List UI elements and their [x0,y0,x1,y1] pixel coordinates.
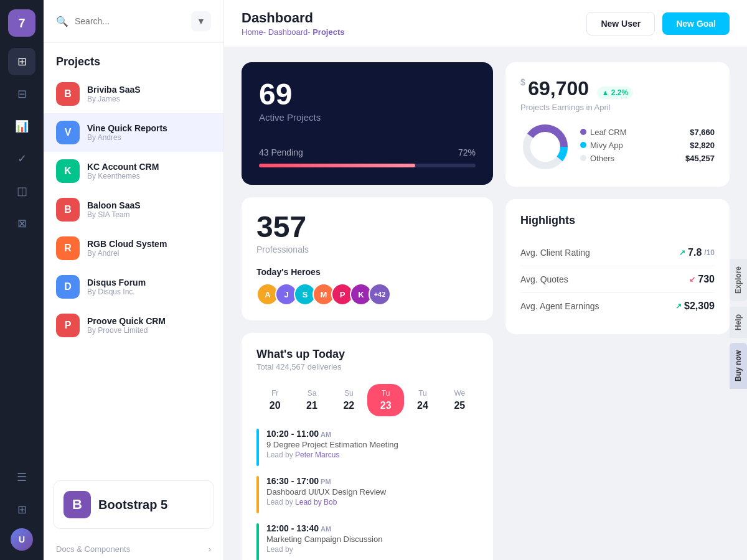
event-indicator-2 [256,523,259,560]
nav-chart-icon[interactable]: 📊 [8,113,35,140]
project-list: B Briviba SaaS By James V Vine Quick Rep… [44,75,223,471]
event-lead-name-0[interactable]: Peter Marcus [295,450,339,459]
earnings-legend: Leaf CRM $7,660 Mivy App $2,820 Others $… [580,128,715,167]
cal-day-21[interactable]: Sa 21 [293,384,330,416]
highlights-card: Highlights Avg. Client Rating ↗7.8/10 Av… [505,199,730,334]
calendar-days: Fr 20 Sa 21 Su 22 Tu 23 Tu 24 We 25 [256,384,478,416]
legend-name-2: Others [590,154,614,163]
project-name-vine: Vine Quick Reports [87,123,211,133]
event-indicator-1 [256,476,259,513]
highlight-row-0: Avg. Client Rating ↗7.8/10 [520,240,715,266]
active-projects-bottom: 43 Pending 72% [259,147,476,157]
buynow-tab[interactable]: Buy now [730,343,747,389]
search-input[interactable] [75,16,185,26]
earnings-header: $ 69,700 ▲ 2.2% [520,77,715,100]
sidebar-project-briviba[interactable]: B Briviba SaaS By James [44,75,223,113]
active-projects-number: 69 [259,80,476,110]
project-name-baloon: Baloon SaaS [87,200,211,210]
legend-dot-0 [580,129,586,135]
earnings-dollar: $ [520,77,525,87]
breadcrumb: Home- Dashboard- Projects [242,27,345,37]
project-logo-disqus: D [56,275,80,299]
project-logo-proove: P [56,314,80,337]
search-icon: 🔍 [56,16,68,27]
dashboard-scroll: 69 Active Projects 43 Pending 72% 357 Pr… [224,47,747,560]
project-name-disqus: Disqus Forum [87,278,211,287]
nav-grid-icon[interactable]: ⊟ [8,80,35,108]
donut-chart [520,122,570,172]
nav-user-number[interactable]: 7 [8,9,35,37]
cal-day-24[interactable]: Tu 24 [404,384,441,416]
sidebar-title: Projects [44,43,223,75]
page-title-section: Dashboard Home- Dashboard- Projects [242,10,345,37]
hero-more: +42 [369,283,391,306]
event-content-2: 12:00 - 13:40AM Marketing Campaign Discu… [266,523,382,554]
stats-number: 357 [256,212,478,242]
event-lead-name-1[interactable]: Lead by Bob [295,498,337,506]
earnings-sub: Projects Earnings in April [520,103,715,112]
highlight-row-2: Avg. Agent Earnings ↗$2,309 [520,293,715,319]
active-projects-card: 69 Active Projects 43 Pending 72% [242,62,493,185]
new-user-button[interactable]: New User [586,12,655,35]
nav-layers-icon[interactable]: ◫ [8,177,35,205]
dashboard-grid: 69 Active Projects 43 Pending 72% 357 Pr… [242,62,730,560]
pending-count: 43 Pending [259,147,303,157]
docs-link[interactable]: Docs & Components › [44,538,223,560]
cal-day-20[interactable]: Fr 20 [256,384,293,416]
project-logo-baloon: B [56,198,80,222]
page-title: Dashboard [242,10,345,26]
event-content-0: 10:20 - 11:00AM 9 Degree Project Estimat… [266,429,398,459]
highlights-title: Highlights [520,214,715,227]
sidebar-project-rgb[interactable]: R RGB Cloud System By Andrei [44,229,223,268]
legend-item-0: Leaf CRM $7,660 [580,128,715,137]
highlight-label-0: Avg. Client Rating [520,248,590,258]
explore-tab[interactable]: Explore [730,259,747,301]
sidebar-project-vine[interactable]: V Vine Quick Reports By Andres [44,113,223,152]
nav-settings-icon[interactable]: ☰ [8,464,35,491]
event-time-0: 10:20 - 11:00AM [266,429,398,439]
sidebar: 🔍 ▼ Projects B Briviba SaaS By James V V… [44,0,224,560]
sidebar-project-disqus[interactable]: D Disqus Forum By Disqus Inc. [44,268,223,306]
event-content-1: 16:30 - 17:00PM Dashboard UI/UX Design R… [266,476,386,506]
project-name-kc: KC Account CRM [87,162,211,172]
whatsup-title: What's up Today [256,348,478,361]
project-info-proove: Proove Quick CRM By Proove Limited [87,316,211,335]
filter-button[interactable]: ▼ [191,11,211,31]
nav-dashboard-icon[interactable]: ⊞ [8,48,35,75]
project-info-baloon: Baloon SaaS By SIA Team [87,200,211,219]
nav-briefcase-icon[interactable]: ⊠ [8,210,35,237]
new-goal-button[interactable]: New Goal [662,12,730,35]
highlight-label-2: Avg. Agent Earnings [520,301,599,311]
nav-check-icon[interactable]: ✓ [8,145,35,172]
project-name-proove: Proove Quick CRM [87,316,211,326]
left-navigation: 7 ⊞ ⊟ 📊 ✓ ◫ ⊠ ☰ ⊞ U [0,0,44,560]
help-tab[interactable]: Help [730,307,747,338]
project-by-rgb: By Andrei [87,249,211,258]
project-by-baloon: By SIA Team [87,210,211,219]
heroes-section: Today's Heroes AJSMPK+42 [256,267,478,306]
event-name-1: Dashboard UI/UX Design Review [266,487,386,497]
nav-grid2-icon[interactable]: ⊞ [8,496,35,523]
project-by-briviba: By James [87,95,211,103]
cal-day-22[interactable]: Su 22 [331,384,367,416]
sidebar-project-proove[interactable]: P Proove Quick CRM By Proove Limited [44,306,223,345]
legend-value-2: $45,257 [685,154,715,163]
project-by-vine: By Andres [87,133,211,142]
earnings-chart-area: Leaf CRM $7,660 Mivy App $2,820 Others $… [520,122,715,172]
cal-day-25[interactable]: We 25 [441,384,478,416]
calendar-section: What's up Today Total 424,567 deliveries… [242,333,493,560]
event-item-1: 16:30 - 17:00PM Dashboard UI/UX Design R… [256,476,478,513]
top-header: Dashboard Home- Dashboard- Projects New … [224,0,747,47]
sidebar-project-baloon[interactable]: B Baloon SaaS By SIA Team [44,190,223,229]
progress-fill [259,164,415,167]
event-time-2: 12:00 - 13:40AM [266,523,382,533]
cal-day-23[interactable]: Tu 23 [367,384,404,416]
main-content: Dashboard Home- Dashboard- Projects New … [224,0,747,560]
event-name-0: 9 Degree Project Estimation Meeting [266,440,398,449]
project-by-proove: By Proove Limited [87,326,211,335]
highlight-value-1: ↙730 [689,274,715,285]
sidebar-project-kc[interactable]: K KC Account CRM By Keenthemes [44,152,223,190]
project-info-briviba: Briviba SaaS By James [87,85,211,103]
nav-profile-avatar[interactable]: U [11,528,33,551]
event-time-1: 16:30 - 17:00PM [266,476,386,486]
